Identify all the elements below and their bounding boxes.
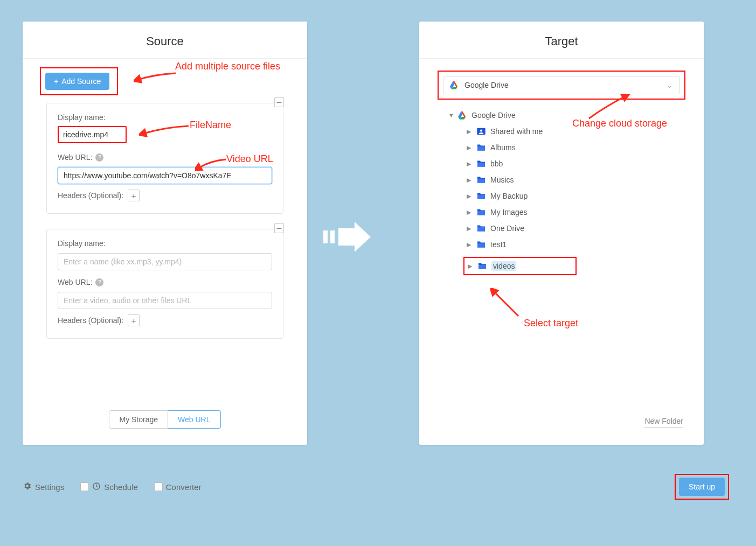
settings-button[interactable]: Settings bbox=[23, 481, 64, 492]
tree-folder[interactable]: ▶Shared with me bbox=[464, 123, 704, 139]
filename-highlight bbox=[58, 126, 127, 143]
target-panel: Target Google Drive ⌄ ▼ Google Drive ▶Sh… bbox=[419, 22, 704, 445]
folder-tree: ▼ Google Drive ▶Shared with me▶Albums▶bb… bbox=[419, 105, 704, 279]
display-name-input[interactable] bbox=[60, 128, 124, 141]
tree-folder[interactable]: ▶Musics bbox=[464, 172, 704, 188]
folder-label: test1 bbox=[490, 240, 507, 249]
folder-label: Albums bbox=[490, 143, 516, 152]
tab-my-storage[interactable]: My Storage bbox=[109, 410, 168, 429]
web-url-input[interactable] bbox=[58, 167, 272, 184]
cloud-storage-dropdown[interactable]: Google Drive ⌄ bbox=[443, 76, 680, 94]
help-icon[interactable]: ? bbox=[95, 278, 103, 286]
caret-right-icon: ▶ bbox=[467, 144, 472, 151]
folder-label: My Backup bbox=[490, 192, 528, 200]
chevron-down-icon: ⌄ bbox=[667, 81, 673, 89]
cloud-dropdown-highlight: Google Drive ⌄ bbox=[438, 71, 685, 100]
checkbox[interactable] bbox=[80, 482, 89, 491]
folder-icon bbox=[476, 241, 486, 248]
caret-right-icon: ▶ bbox=[467, 177, 472, 184]
web-url-label: Web URL: ? bbox=[58, 153, 272, 162]
folder-icon bbox=[476, 208, 486, 216]
web-url-input[interactable] bbox=[58, 292, 272, 309]
caret-right-icon: ▶ bbox=[467, 209, 472, 216]
folder-label: Shared with me bbox=[490, 127, 543, 136]
add-header-button[interactable]: + bbox=[128, 314, 140, 326]
tab-web-url[interactable]: Web URL bbox=[168, 410, 220, 429]
tree-folder[interactable]: ▶Albums bbox=[464, 139, 704, 156]
source-panel: Source +Add Source − Display name: Web U… bbox=[23, 22, 307, 445]
folder-icon bbox=[476, 128, 486, 135]
tree-folder[interactable]: ▶videos bbox=[464, 253, 704, 279]
display-name-label: Display name: bbox=[58, 113, 272, 122]
source-card: − Display name: Web URL: ? Headers (Opti… bbox=[46, 229, 283, 339]
folder-icon bbox=[476, 192, 486, 200]
source-title: Source bbox=[23, 22, 307, 59]
caret-right-icon: ▶ bbox=[467, 128, 472, 135]
google-drive-icon bbox=[450, 81, 459, 89]
add-source-highlight: +Add Source bbox=[40, 67, 118, 95]
bottom-bar: Settings Schedule Converter Start up bbox=[23, 474, 729, 500]
tree-folder[interactable]: ▶My Backup bbox=[464, 188, 704, 204]
tree-root[interactable]: ▼ Google Drive bbox=[446, 107, 704, 123]
schedule-label: Schedule bbox=[104, 482, 138, 492]
collapse-button[interactable]: − bbox=[274, 97, 284, 107]
target-title: Target bbox=[419, 22, 704, 59]
source-tabs: My Storage Web URL bbox=[23, 410, 307, 429]
converter-label: Converter bbox=[166, 482, 202, 492]
gear-icon bbox=[23, 481, 32, 492]
cloud-dropdown-label: Google Drive bbox=[464, 81, 509, 89]
svg-rect-0 bbox=[323, 230, 328, 243]
settings-label: Settings bbox=[35, 482, 64, 492]
caret-right-icon: ▶ bbox=[468, 263, 473, 270]
svg-point-3 bbox=[480, 130, 482, 132]
add-header-button[interactable]: + bbox=[128, 190, 140, 201]
start-up-highlight: Start up bbox=[675, 474, 729, 500]
folder-label: bbb bbox=[490, 159, 503, 168]
tree-root-label: Google Drive bbox=[471, 111, 516, 120]
display-name-input[interactable] bbox=[58, 253, 272, 270]
web-url-label: Web URL: ? bbox=[58, 278, 272, 286]
folder-icon bbox=[476, 144, 486, 151]
add-source-label: Add Source bbox=[61, 77, 101, 86]
folder-icon bbox=[476, 225, 486, 232]
new-folder-button[interactable]: New Folder bbox=[644, 417, 683, 428]
start-up-button[interactable]: Start up bbox=[679, 478, 725, 496]
google-drive-icon bbox=[458, 111, 467, 120]
caret-right-icon: ▶ bbox=[467, 241, 472, 248]
folder-label: Musics bbox=[490, 176, 514, 184]
plus-icon: + bbox=[54, 77, 58, 86]
folder-icon bbox=[476, 160, 486, 167]
checkbox[interactable] bbox=[154, 482, 163, 491]
headers-label: Headers (Optional): bbox=[58, 316, 123, 325]
tree-folder[interactable]: ▶One Drive bbox=[464, 220, 704, 236]
display-name-label: Display name: bbox=[58, 239, 272, 248]
folder-icon bbox=[477, 262, 487, 270]
help-icon[interactable]: ? bbox=[95, 153, 103, 162]
transfer-arrow-icon bbox=[323, 221, 372, 255]
converter-toggle[interactable]: Converter bbox=[154, 482, 202, 492]
folder-label: videos bbox=[491, 261, 516, 271]
caret-right-icon: ▶ bbox=[467, 193, 472, 200]
tree-folder[interactable]: ▶bbb bbox=[464, 156, 704, 172]
folder-label: One Drive bbox=[490, 224, 524, 233]
tree-folder[interactable]: ▶My Images bbox=[464, 204, 704, 220]
svg-rect-1 bbox=[330, 230, 335, 243]
add-source-button[interactable]: +Add Source bbox=[45, 73, 109, 90]
source-card: − Display name: Web URL: ? Headers (Opti… bbox=[46, 103, 283, 214]
folder-label: My Images bbox=[490, 208, 527, 216]
clock-icon bbox=[92, 482, 101, 492]
caret-right-icon: ▶ bbox=[467, 160, 472, 167]
collapse-button[interactable]: − bbox=[274, 223, 284, 233]
headers-label: Headers (Optional): bbox=[58, 191, 123, 200]
caret-down-icon: ▼ bbox=[448, 112, 454, 118]
source-cards: − Display name: Web URL: ? Headers (Opti… bbox=[23, 103, 307, 339]
tree-folder[interactable]: ▶test1 bbox=[464, 236, 704, 253]
caret-right-icon: ▶ bbox=[467, 225, 472, 232]
folder-icon bbox=[476, 176, 486, 184]
schedule-toggle[interactable]: Schedule bbox=[80, 482, 138, 492]
tree-children: ▶Shared with me▶Albums▶bbb▶Musics▶My Bac… bbox=[446, 123, 704, 279]
